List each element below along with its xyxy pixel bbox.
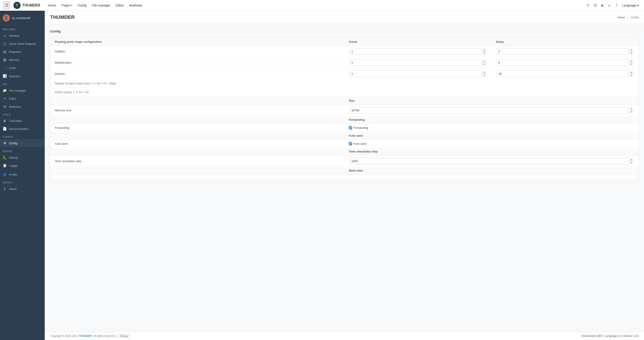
- addition-delay-input[interactable]: [496, 48, 634, 55]
- nav-config[interactable]: Config: [75, 2, 89, 9]
- division-delay-down[interactable]: ▼: [629, 74, 634, 77]
- sidebar-item-cycle-clock-diagram[interactable]: ◫ Cycle Clock Diagram: [0, 40, 45, 48]
- nav-home[interactable]: Home: [46, 2, 58, 9]
- sidebar-item-debug[interactable]: 🐛 Debug: [0, 153, 45, 161]
- auto-save-checkbox-label[interactable]: Auto save: [349, 142, 634, 145]
- addition-label: Addition: [50, 46, 344, 57]
- sidebar-item-editor[interactable]: ✏ Editor: [0, 95, 45, 103]
- language-button[interactable]: Language ▾: [620, 3, 640, 8]
- division-count-up[interactable]: ▲: [482, 71, 487, 74]
- page-title: THUMDER: [50, 14, 75, 20]
- debug-badge[interactable]: Debug: [119, 334, 130, 338]
- footer-pipe-sep: |: [116, 334, 118, 337]
- division-count-down[interactable]: ▼: [482, 74, 487, 77]
- footer-brand-name: THUMDER.: [79, 334, 93, 337]
- table-row: Auto save Auto save: [50, 140, 638, 148]
- footer-left: Copyright © 2020-2021 THUMDER. All right…: [50, 334, 130, 338]
- auto-save-checkbox[interactable]: [349, 142, 352, 145]
- fp-label-header: Floating point stage configuration: [50, 38, 344, 46]
- sidebar-item-calculator[interactable]: 🖩 Calculator: [0, 117, 45, 125]
- division-delay-wrapper: ▲ ▼: [496, 71, 634, 77]
- time-sim-down[interactable]: ▼: [629, 161, 634, 164]
- multiplication-count-wrapper: ▲ ▼: [349, 59, 487, 66]
- sidebar-item-code[interactable]: 〈〉 Code: [0, 64, 45, 72]
- division-delay-up[interactable]: ▲: [629, 71, 634, 74]
- table-row: Division ▲ ▼: [50, 68, 638, 80]
- multiplication-delay-down[interactable]: ▼: [629, 63, 634, 66]
- division-count-input[interactable]: [349, 71, 487, 77]
- sidebar-item-multiview[interactable]: ⊞ Multiview: [0, 103, 45, 111]
- sidebar-item-label: Documentation: [9, 127, 28, 131]
- sidebar-item-statistics[interactable]: 📊 Statistics: [0, 72, 45, 80]
- play-button[interactable]: ▶: [600, 2, 605, 8]
- sidebar-item-config[interactable]: ⚙ Config: [0, 139, 45, 147]
- sidebar-item-documentation[interactable]: 📄 Documentation: [0, 125, 45, 133]
- multiplication-count-cell: ▲ ▼: [344, 57, 492, 68]
- multiplication-count-up[interactable]: ▲: [482, 59, 487, 63]
- sidebar-item-label: Calculator: [9, 119, 22, 122]
- sidebar-item-logger[interactable]: 📋 Logger: [0, 161, 45, 169]
- sidebar-item-profile[interactable]: 👤 Profile: [0, 171, 45, 179]
- addition-delay-down[interactable]: ▼: [629, 52, 634, 55]
- addition-count-up[interactable]: ▲: [482, 48, 487, 52]
- export-button[interactable]: ⤴: [614, 3, 619, 8]
- sidebar-item-pipeline[interactable]: ▭ Pipeline: [0, 32, 45, 40]
- multiplication-delay-up[interactable]: ▲: [629, 59, 634, 63]
- nav-pages[interactable]: Pages ▾: [59, 2, 74, 9]
- statistics-icon: 📊: [3, 74, 7, 78]
- brand-logo-link[interactable]: T THUMDER: [14, 2, 40, 9]
- sidebar-item-registers[interactable]: ▤ Registers: [0, 48, 45, 56]
- nav-editor[interactable]: Editor: [113, 2, 126, 9]
- hamburger-button[interactable]: ☰: [4, 2, 10, 9]
- multiplication-count-input[interactable]: [349, 59, 487, 66]
- save-button[interactable]: ⊟: [592, 2, 598, 8]
- footer-lang-label: Language: [605, 334, 617, 337]
- table-row: Forwarding Forwarding: [50, 124, 638, 132]
- addition-count-down[interactable]: ▼: [482, 52, 487, 55]
- sidebar-item-memory[interactable]: ▦ Memory: [0, 56, 45, 64]
- memory-size-cell: ▲ ▼: [344, 105, 638, 116]
- addition-delay-up[interactable]: ▲: [629, 48, 634, 52]
- nav-file-manager[interactable]: File manager: [90, 2, 113, 9]
- memory-size-input[interactable]: [349, 107, 634, 114]
- addition-delay-spinners: ▲ ▼: [628, 48, 634, 55]
- calculator-icon: 🖩: [3, 119, 7, 123]
- forwarding-checkbox-label[interactable]: Forwarding: [349, 126, 634, 129]
- auto-save-row-label: Auto save: [50, 140, 344, 148]
- addition-count-input[interactable]: [349, 48, 487, 55]
- brand-name: THUMDER: [22, 3, 40, 8]
- step-icon: ▷: [608, 3, 611, 7]
- sidebar-item-file-manager[interactable]: 📁 File manager: [0, 86, 45, 95]
- table-row: Time simulation step ▲ ▼: [50, 156, 638, 167]
- breadcrumb-home[interactable]: Home: [618, 16, 625, 19]
- memory-table: Size Memory size ▲ ▼: [50, 97, 638, 116]
- multiplication-delay-input[interactable]: [496, 59, 634, 66]
- refresh-button[interactable]: ↻: [585, 2, 591, 8]
- time-sim-up[interactable]: ▲: [629, 158, 634, 161]
- section-label-debug: DEBUG: [0, 147, 45, 153]
- forwarding-checkbox[interactable]: [349, 126, 352, 129]
- editor-icon: ✏: [3, 97, 7, 101]
- memory-size-up[interactable]: ▲: [629, 107, 634, 110]
- config-icon: ⚙: [3, 141, 7, 145]
- sidebar-item-label: Code: [9, 66, 16, 70]
- division-delay-input[interactable]: [496, 71, 634, 77]
- sidebar-item-label: Multiview: [9, 105, 21, 108]
- section-label-about: About: [0, 179, 45, 185]
- multiplication-count-down[interactable]: ▼: [482, 63, 487, 66]
- sidebar-item-label: About: [9, 187, 16, 191]
- sidebar-item-label: Editor: [9, 97, 16, 100]
- cycle-clock-icon: ◫: [3, 42, 7, 46]
- table-row: Addition ▲ ▼: [50, 46, 638, 57]
- table-row: [50, 175, 638, 180]
- division-delay-spinners: ▲ ▼: [628, 71, 634, 77]
- step-button[interactable]: ▷: [607, 2, 612, 8]
- nav-multiview[interactable]: Multiview: [127, 2, 144, 9]
- time-sim-spinners: ▲ ▼: [628, 158, 634, 164]
- sidebar-item-about[interactable]: ℹ About: [0, 185, 45, 193]
- table-row: Multiplication ▲ ▼: [50, 57, 638, 68]
- time-sim-input[interactable]: [349, 158, 634, 164]
- memory-size-down[interactable]: ▼: [629, 110, 634, 114]
- auto-save-label-header: [50, 132, 344, 140]
- time-sim-header: Time simulation step: [344, 148, 638, 156]
